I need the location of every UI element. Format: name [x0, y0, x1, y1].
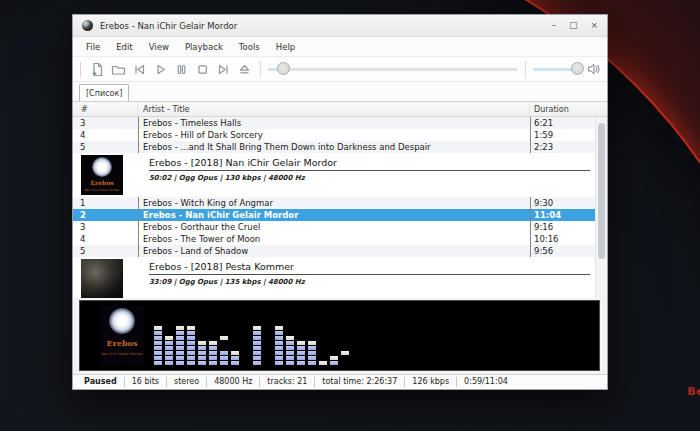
- seek-track[interactable]: [268, 68, 518, 71]
- track-number: 2: [73, 209, 138, 221]
- spectrum-segment: [176, 336, 184, 340]
- column-number[interactable]: #: [73, 102, 138, 116]
- spectrum-segment: [187, 361, 195, 365]
- spectrum-segment: [286, 356, 294, 360]
- menu-view[interactable]: View: [141, 42, 177, 52]
- volume-slider[interactable]: [531, 59, 583, 79]
- spectrum-bar: [308, 325, 316, 365]
- playlist-track-row[interactable]: 2Erebos - Nan iChir Gelair Mordor11:04: [73, 209, 607, 221]
- visualizer: Erebos Nan iChir Gelair Mordor: [79, 300, 600, 371]
- album-text: Erebos - [2018] Nan iChir Gelair Mordor5…: [149, 157, 590, 182]
- album-group-row[interactable]: Erebos - [2018] Pesta Kommer33:09 | Ogg …: [73, 257, 607, 298]
- seek-slider[interactable]: [266, 59, 520, 79]
- playlist-tab[interactable]: [Список]: [79, 84, 129, 101]
- spectrum-segment: [275, 346, 283, 350]
- spectrum-segment: [308, 361, 316, 365]
- spectrum-segment: [286, 361, 294, 365]
- window-title: Erebos - Nan iChir Gelair Mordor: [100, 21, 237, 31]
- playlist-track-row[interactable]: 5Erebos - ...and It Shall Bring Them Dow…: [73, 141, 607, 153]
- playlist-scrollbar[interactable]: [595, 117, 607, 298]
- menu-help[interactable]: Help: [268, 42, 303, 52]
- spectrum-segment: [198, 346, 206, 350]
- track-title: Erebos - Timeless Halls: [138, 117, 530, 129]
- spectrum-analyzer: [154, 325, 349, 365]
- open-folder-button[interactable]: [108, 59, 129, 79]
- album-art-sublabel: Nan iChir Gelair Mordor: [100, 352, 144, 356]
- playlist-track-row[interactable]: 4Erebos - The Tower of Moon10:16: [73, 233, 607, 245]
- playlist-track-row[interactable]: 3Erebos - Timeless Halls6:21: [73, 117, 607, 129]
- cover-label: Erebos: [81, 179, 123, 186]
- next-button[interactable]: [213, 59, 234, 79]
- column-artist-title[interactable]: Artist - Title: [138, 102, 530, 116]
- spectrum-peak-cap: [209, 341, 217, 345]
- spectrum-segment: [275, 336, 283, 340]
- spectrum-peak-cap: [275, 326, 283, 330]
- spectrum-bar: [242, 325, 250, 365]
- spectrum-segment: [253, 351, 261, 355]
- minimize-button[interactable]: –: [551, 21, 556, 30]
- track-number: 4: [73, 129, 138, 141]
- previous-button[interactable]: [129, 59, 150, 79]
- spectrum-peak-cap: [330, 356, 338, 360]
- playlist-track-row[interactable]: 1Erebos - Witch King of Angmar9:30: [73, 197, 607, 209]
- spectrum-segment: [198, 351, 206, 355]
- spectrum-segment: [275, 341, 283, 345]
- column-duration[interactable]: Duration: [530, 105, 607, 114]
- pause-button[interactable]: [171, 59, 192, 79]
- speaker-icon[interactable]: [587, 62, 601, 76]
- track-number: 3: [73, 117, 138, 129]
- spectrum-segment: [297, 351, 305, 355]
- album-info: 50:02 | Ogg Opus | 130 kbps | 48000 Hz: [149, 174, 590, 182]
- close-button[interactable]: ×: [590, 21, 598, 30]
- spectrum-bar: [297, 325, 305, 365]
- playlist-rows: 3Erebos - Timeless Halls6:214Erebos - Hi…: [73, 117, 607, 298]
- volume-slider-handle[interactable]: [571, 62, 584, 75]
- seek-slider-handle[interactable]: [277, 62, 290, 75]
- spectrum-segment: [165, 361, 173, 365]
- menu-playback[interactable]: Playback: [177, 42, 231, 52]
- stop-button[interactable]: [192, 59, 213, 79]
- spectrum-segment: [154, 356, 162, 360]
- album-cover: ErebosNan iChir Gelair Mordor: [81, 155, 123, 195]
- spectrum-segment: [209, 356, 217, 360]
- track-number: 5: [73, 245, 138, 257]
- spectrum-peak-cap: [198, 341, 206, 345]
- track-title: Erebos - Land of Shadow: [138, 245, 530, 257]
- spectrum-segment: [176, 361, 184, 365]
- playlist-track-row[interactable]: 3Erebos - Gorthaur the Cruel9:16: [73, 221, 607, 233]
- status-item: tracks: 21: [260, 377, 315, 387]
- album-group-row[interactable]: ErebosNan iChir Gelair MordorErebos - [2…: [73, 153, 607, 197]
- titlebar[interactable]: Erebos - Nan iChir Gelair Mordor – □ ×: [73, 15, 607, 37]
- maximize-button[interactable]: □: [569, 21, 578, 30]
- playlist-track-row[interactable]: 4Erebos - Hill of Dark Sorcery1:59: [73, 129, 607, 141]
- spectrum-peak-cap: [165, 336, 173, 340]
- eject-button[interactable]: [234, 59, 255, 79]
- spectrum-bar: [264, 325, 272, 365]
- album-art: Erebos Nan iChir Gelair Mordor: [100, 306, 144, 365]
- visualizer-panel: Erebos Nan iChir Gelair Mordor: [73, 298, 607, 374]
- menu-tools[interactable]: Tools: [231, 42, 268, 52]
- spectrum-bar: [231, 325, 239, 365]
- spectrum-segment: [154, 361, 162, 365]
- app-icon: [82, 20, 93, 31]
- playlist-tab-bar: [Список]: [73, 82, 607, 101]
- spectrum-segment: [187, 336, 195, 340]
- spectrum-segment: [231, 361, 239, 365]
- status-item: stereo: [167, 377, 207, 387]
- play-button[interactable]: [150, 59, 171, 79]
- spectrum-segment: [165, 351, 173, 355]
- scrollbar-thumb[interactable]: [598, 123, 605, 259]
- spectrum-segment: [253, 356, 261, 360]
- spectrum-peak-cap: [220, 336, 228, 340]
- add-file-button[interactable]: [87, 59, 108, 79]
- spectrum-segment: [297, 356, 305, 360]
- spectrum-segment: [154, 331, 162, 335]
- track-title: Erebos - ...and It Shall Bring Them Down…: [138, 141, 530, 153]
- menu-file[interactable]: File: [82, 42, 108, 52]
- menu-edit[interactable]: Edit: [108, 42, 140, 52]
- toolbar-grip[interactable]: [80, 62, 82, 77]
- track-title: Erebos - Nan iChir Gelair Mordor: [138, 209, 530, 221]
- playlist-track-row[interactable]: 5Erebos - Land of Shadow9:56: [73, 245, 607, 257]
- spectrum-segment: [330, 361, 338, 365]
- playlist-header[interactable]: # Artist - Title Duration: [73, 102, 607, 117]
